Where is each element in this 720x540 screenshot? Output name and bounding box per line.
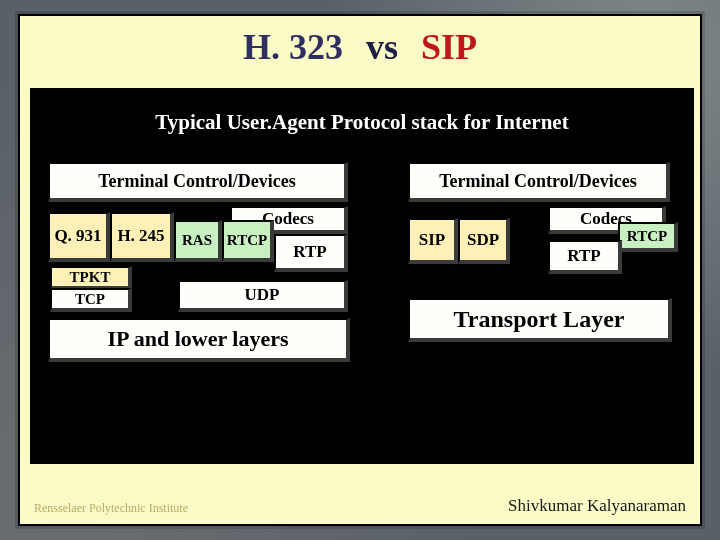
h323-rtcp-box: RTCP (222, 220, 274, 262)
h323-terminal-box: Terminal Control/Devices (48, 162, 348, 202)
h323-ip-box: IP and lower layers (48, 318, 350, 362)
sip-sdp-box: SDP (458, 218, 510, 264)
sip-terminal-box: Terminal Control/Devices (408, 162, 670, 202)
sip-rtp-box: RTP (548, 240, 622, 274)
footer-author: Shivkumar Kalyanaraman (508, 496, 686, 516)
slide-title: H. 323 vs SIP (20, 26, 700, 68)
title-h323: H. 323 (243, 27, 343, 67)
h323-udp-box: UDP (178, 280, 348, 312)
footer-institute: Rensselaer Polytechnic Institute (34, 501, 188, 516)
sip-rtcp-box: RTCP (618, 222, 678, 252)
h323-tpkt-box: TPKT (50, 266, 132, 290)
title-vs: vs (352, 27, 412, 67)
h323-h245-box: H. 245 (110, 212, 174, 262)
h323-tcp-box: TCP (50, 288, 132, 312)
h323-rtp-box: RTP (274, 234, 348, 272)
sip-transport-box: Transport Layer (408, 298, 672, 342)
diagram-area: Typical User.Agent Protocol stack for In… (30, 88, 694, 464)
slide: H. 323 vs SIP Typical User.Agent Protoco… (18, 14, 702, 526)
title-sip: SIP (421, 27, 477, 67)
h323-q931-box: Q. 931 (48, 212, 110, 262)
sip-sip-box: SIP (408, 218, 458, 264)
diagram-subtitle: Typical User.Agent Protocol stack for In… (30, 110, 694, 135)
h323-ras-box: RAS (174, 220, 222, 262)
